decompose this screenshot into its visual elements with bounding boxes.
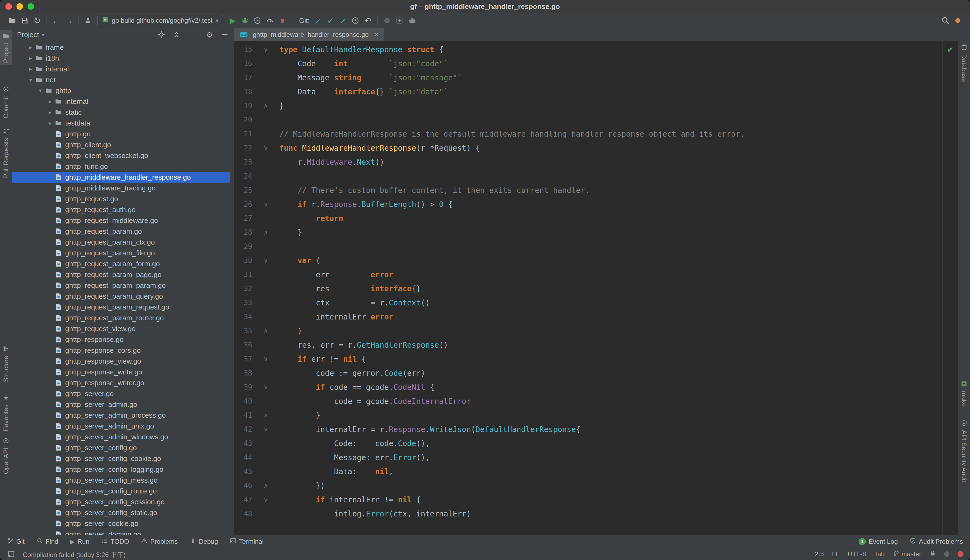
update-project-icon[interactable]: ↙	[312, 14, 324, 27]
tree-item-ghttp.go[interactable]: ghttp.go	[12, 128, 230, 139]
fold-end-icon[interactable]: ∧	[252, 327, 279, 335]
fold-start-icon[interactable]: ∨	[252, 46, 279, 53]
tree-item-ghttp_request_param_ctx.go[interactable]: ghttp_request_param_ctx.go	[12, 237, 230, 248]
code-line-48[interactable]: 48 intlog.Error(ctx, internalErr)	[234, 507, 942, 521]
code-line-38[interactable]: 38 code := gerror.Code(err)	[234, 366, 942, 380]
chevron-down-icon[interactable]: ▾	[26, 77, 35, 83]
code-area[interactable]: 15∨type DefaultHandlerResponse struct {1…	[234, 42, 942, 535]
sync-icon[interactable]: ↻	[31, 14, 43, 27]
tree-item-internal[interactable]: ▸internal	[12, 63, 230, 74]
status-file-encoding[interactable]: UTF-8	[848, 550, 866, 558]
tree-item-ghttp_request_param_page.go[interactable]: ghttp_request_param_page.go	[12, 269, 230, 280]
tree-item-ghttp_response_write.go[interactable]: ghttp_response_write.go	[12, 367, 230, 377]
tree-item-ghttp_request_param.go[interactable]: ghttp_request_param.go	[12, 226, 230, 237]
code-line-16[interactable]: 16 Code int `json:"code"`	[234, 57, 942, 71]
tool-stripe-button-commit[interactable]: Commit	[0, 83, 12, 121]
forward-icon[interactable]: →	[62, 14, 75, 27]
tool-window-button-event-log[interactable]: 1Event Log	[859, 538, 898, 545]
rollback-icon[interactable]: ↶	[362, 14, 374, 27]
code-line-29[interactable]: 29	[234, 239, 942, 253]
code-line-17[interactable]: 17 Message string `json:"message"`	[234, 71, 942, 85]
run-configuration-select[interactable]: go build github.com/gogf/gf/v2/.test▾	[97, 15, 223, 26]
tree-item-ghttp_middleware_handler_response.go[interactable]: ghttp_middleware_handler_response.go	[12, 172, 230, 183]
code-line-39[interactable]: 39∨ if code == gcode.CodeNil {	[234, 380, 942, 394]
tree-item-ghttp_client.go[interactable]: ghttp_client.go	[12, 139, 230, 150]
fold-end-icon[interactable]: ∧	[252, 102, 279, 110]
run-icon[interactable]: ▶	[226, 14, 239, 27]
close-button[interactable]	[5, 3, 12, 10]
code-line-25[interactable]: 25 // There's custom buffer content, it …	[234, 183, 942, 197]
code-line-22[interactable]: 22∨func MiddlewareHandlerResponse(r *Req…	[234, 141, 942, 155]
tool-stripe-button-project[interactable]: Project	[0, 30, 12, 65]
debug-icon[interactable]	[239, 14, 251, 27]
tree-item-ghttp_request_param_request.go[interactable]: ghttp_request_param_request.go	[12, 302, 230, 312]
tree-item-ghttp_server_config.go[interactable]: ghttp_server_config.go	[12, 442, 230, 453]
cloud-icon[interactable]	[406, 14, 418, 27]
tree-item-ghttp[interactable]: ▾ghttp	[12, 85, 230, 96]
code-line-31[interactable]: 31 err error	[234, 268, 942, 282]
tool-stripe-button-api-security-audit[interactable]: API Security Audit	[958, 418, 970, 484]
code-line-28[interactable]: 28∧ }	[234, 225, 942, 239]
locate-file-icon[interactable]	[157, 30, 166, 39]
chevron-down-icon[interactable]: ▾	[42, 32, 44, 38]
project-panel-title[interactable]: Project	[17, 30, 39, 39]
tool-window-button-todo[interactable]: TODO	[101, 538, 129, 546]
fold-start-icon[interactable]: ∨	[252, 425, 279, 433]
updates-indicator-icon[interactable]	[955, 18, 960, 23]
fold-start-icon[interactable]: ∨	[252, 200, 279, 208]
coverage-icon[interactable]	[251, 14, 264, 27]
code-line-34[interactable]: 34 internalErr error	[234, 310, 942, 324]
code-line-44[interactable]: 44 Message: err.Error(),	[234, 450, 942, 465]
tree-item-static[interactable]: ▸static	[12, 107, 230, 118]
tree-item-ghttp_server_config_logging.go[interactable]: ghttp_server_config_logging.go	[12, 464, 230, 475]
code-with-me-icon[interactable]	[381, 14, 393, 27]
open-folder-icon[interactable]	[6, 14, 18, 27]
tree-item-ghttp_server_config_route.go[interactable]: ghttp_server_config_route.go	[12, 486, 230, 497]
collapse-all-icon[interactable]	[172, 30, 181, 39]
code-line-42[interactable]: 42∨ internalErr = r.Response.WriteJson(D…	[234, 422, 942, 437]
tree-item-ghttp_response.go[interactable]: ghttp_response.go	[12, 334, 230, 345]
tree-item-ghttp_request_auth.go[interactable]: ghttp_request_auth.go	[12, 204, 230, 215]
tree-item-ghttp_response_writer.go[interactable]: ghttp_response_writer.go	[12, 377, 230, 388]
search-everywhere-icon[interactable]	[939, 14, 952, 27]
tool-stripe-button-favorites[interactable]: ★Favorites	[0, 392, 12, 433]
chevron-right-icon[interactable]: ▸	[45, 109, 55, 115]
inspections-ok-icon[interactable]: ✔	[943, 45, 958, 54]
tree-item-testdata[interactable]: ▸testdata	[12, 118, 230, 128]
history-icon[interactable]	[349, 14, 362, 27]
tree-item-ghttp_server.go[interactable]: ghttp_server.go	[12, 388, 230, 399]
tree-item-ghttp_server_admin.go[interactable]: ghttp_server_admin.go	[12, 399, 230, 410]
tool-window-button-problems[interactable]: Problems	[141, 538, 177, 546]
code-line-45[interactable]: 45 Data: nil,	[234, 465, 942, 478]
fold-end-icon[interactable]: ∧	[252, 412, 279, 419]
code-line-43[interactable]: 43 Code: code.Code(),	[234, 437, 942, 450]
editor-tab[interactable]: GO ghttp_middleware_handler_response.go …	[234, 28, 384, 41]
code-line-47[interactable]: 47∨ if internalErr != nil {	[234, 493, 942, 507]
tree-item-ghttp_server_admin_windows.go[interactable]: ghttp_server_admin_windows.go	[12, 432, 230, 442]
profiler-icon[interactable]	[264, 14, 276, 27]
tool-stripe-button-database[interactable]: Database	[958, 42, 970, 84]
save-all-icon[interactable]	[18, 14, 31, 27]
status-cursor-position[interactable]: 2:3	[815, 550, 824, 558]
code-line-46[interactable]: 46∧ })	[234, 478, 942, 493]
chevron-right-icon[interactable]: ▸	[26, 55, 35, 62]
tool-stripe-button-openapi[interactable]: OpenAPI	[0, 435, 12, 476]
code-line-33[interactable]: 33 ctx = r.Context()	[234, 296, 942, 310]
code-line-26[interactable]: 26∨ if r.Response.BufferLength() > 0 {	[234, 197, 942, 211]
tree-item-ghttp_func.go[interactable]: ghttp_func.go	[12, 161, 230, 172]
fold-end-icon[interactable]: ∧	[252, 228, 279, 236]
minimize-button[interactable]	[17, 3, 23, 10]
code-line-27[interactable]: 27 return	[234, 211, 942, 225]
tree-item-ghttp_server_config_session.go[interactable]: ghttp_server_config_session.go	[12, 497, 230, 507]
code-line-21[interactable]: 21// MiddlewareHandlerResponse is the de…	[234, 127, 942, 141]
fold-start-icon[interactable]: ∨	[252, 383, 279, 391]
chevron-right-icon[interactable]: ▸	[45, 98, 55, 105]
tree-item-internal[interactable]: ▸internal	[12, 96, 230, 107]
tool-windows-toggle-icon[interactable]	[7, 550, 16, 558]
tree-item-ghttp_server_domain.go[interactable]: ghttp_server_domain.go	[12, 529, 230, 535]
chevron-right-icon[interactable]: ▸	[26, 44, 35, 51]
status-line-separator[interactable]: LF	[832, 550, 840, 558]
profile-icon[interactable]	[82, 14, 94, 27]
tree-item-ghttp_request_view.go[interactable]: ghttp_request_view.go	[12, 323, 230, 334]
tree-item-ghttp_middleware_tracing.go[interactable]: ghttp_middleware_tracing.go	[12, 183, 230, 193]
